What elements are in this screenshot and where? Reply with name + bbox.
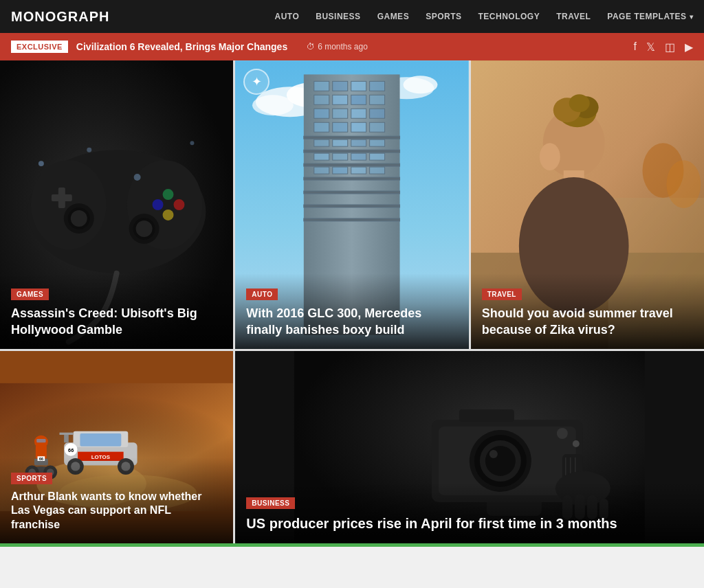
svg-point-116: [573, 440, 580, 447]
svg-rect-34: [370, 95, 385, 104]
svg-rect-40: [333, 122, 348, 132]
svg-rect-60: [351, 167, 366, 174]
svg-rect-29: [351, 81, 366, 91]
youtube-icon[interactable]: ▶: [685, 41, 693, 54]
site-logo[interactable]: MONOGRAPH: [11, 9, 109, 25]
instagram-icon[interactable]: ◫: [665, 41, 675, 54]
svg-point-2: [31, 160, 107, 249]
card-business[interactable]: BUSINESS US producer prices rise in Apri…: [235, 351, 704, 543]
svg-point-19: [87, 148, 91, 152]
site-header: MONOGRAPH AUTO BUSINESS GAMES SPORTS TEC…: [0, 0, 704, 33]
svg-point-112: [485, 446, 516, 476]
ticker-time: ⏱ 6 months ago: [307, 42, 368, 52]
twitter-icon[interactable]: 𝕏: [646, 41, 655, 54]
card-travel[interactable]: TRAVEL Should you avoid summer travel be…: [471, 60, 704, 349]
svg-rect-48: [304, 205, 400, 207]
nav-item-games[interactable]: GAMES: [377, 12, 410, 21]
card-overlay: AUTO With 2016 GLC 300, Mercedes finally…: [235, 273, 468, 349]
svg-rect-61: [370, 167, 385, 174]
svg-rect-42: [370, 122, 385, 132]
facebook-icon[interactable]: f: [634, 41, 637, 53]
chevron-down-icon: ▾: [690, 13, 694, 21]
svg-point-23: [252, 95, 294, 115]
svg-rect-58: [314, 167, 329, 174]
svg-point-14: [153, 199, 164, 210]
card-games[interactable]: GAMES Assassin's Creed: Ubisoft's Big Ho…: [0, 60, 233, 349]
card-title: US producer prices rise in April for fir…: [246, 514, 693, 532]
card-title: Should you avoid summer travel because o…: [482, 306, 693, 338]
category-badge[interactable]: TRAVEL: [482, 289, 522, 300]
svg-point-18: [134, 174, 141, 181]
svg-rect-101: [36, 439, 45, 442]
svg-rect-49: [304, 218, 400, 221]
svg-text:66: 66: [68, 447, 74, 453]
main-grid: GAMES Assassin's Creed: Ubisoft's Big Ho…: [0, 60, 704, 543]
ticker-bar: EXCLUSIVE Civilization 6 Revealed, Bring…: [0, 33, 704, 60]
svg-point-12: [163, 189, 174, 200]
card-title: With 2016 GLC 300, Mercedes finally bani…: [246, 306, 457, 338]
card-overlay: SPORTS Arthur Blank wants to know whethe…: [0, 457, 233, 543]
ticker-headline[interactable]: Civilization 6 Revealed, Brings Major Ch…: [76, 41, 287, 52]
svg-point-6: [71, 210, 87, 227]
svg-rect-43: [304, 136, 400, 139]
ticker-left: EXCLUSIVE Civilization 6 Revealed, Bring…: [11, 41, 368, 53]
category-badge[interactable]: AUTO: [246, 289, 278, 300]
svg-rect-32: [333, 95, 348, 104]
bottom-bar: [0, 543, 704, 547]
svg-rect-41: [351, 122, 366, 132]
svg-rect-33: [351, 95, 366, 104]
svg-point-16: [38, 161, 44, 166]
svg-rect-38: [370, 109, 385, 118]
svg-rect-54: [314, 153, 329, 160]
card-title: Assassin's Creed: Ubisoft's Big Hollywoo…: [11, 306, 222, 338]
svg-rect-28: [333, 81, 348, 91]
svg-rect-56: [351, 153, 366, 160]
nav-item-business[interactable]: BUSINESS: [316, 12, 360, 21]
svg-rect-30: [370, 81, 385, 91]
svg-rect-45: [304, 163, 400, 166]
card-title: Arthur Blank wants to know whether Las V…: [11, 490, 222, 532]
svg-point-25: [404, 76, 438, 93]
nav-item-page-templates[interactable]: PAGE TEMPLATES ▾: [607, 12, 693, 21]
svg-rect-47: [304, 191, 400, 194]
svg-point-9: [136, 220, 153, 237]
social-icons: f 𝕏 ◫ ▶: [634, 41, 693, 54]
svg-point-75: [539, 143, 560, 170]
main-nav: AUTO BUSINESS GAMES SPORTS TECHNOLOGY TR…: [274, 12, 693, 21]
svg-rect-82: [80, 433, 121, 446]
svg-rect-35: [314, 109, 329, 118]
svg-point-71: [569, 94, 589, 112]
card-overlay: BUSINESS US producer prices rise in Apri…: [235, 482, 704, 543]
svg-rect-91: [64, 433, 69, 442]
svg-rect-55: [333, 153, 348, 160]
svg-point-17: [190, 141, 194, 145]
svg-point-113: [490, 450, 498, 458]
svg-rect-52: [351, 139, 366, 146]
svg-rect-44: [304, 150, 400, 152]
svg-rect-27: [314, 81, 329, 91]
svg-rect-51: [333, 139, 348, 146]
svg-rect-53: [370, 139, 385, 146]
svg-point-13: [174, 199, 185, 210]
svg-rect-36: [333, 109, 348, 118]
category-badge[interactable]: SPORTS: [11, 473, 52, 484]
svg-rect-37: [351, 109, 366, 118]
clock-icon: ⏱: [307, 42, 315, 52]
nav-item-travel[interactable]: TRAVEL: [556, 12, 591, 21]
nav-item-technology[interactable]: TECHNOLOGY: [478, 12, 540, 21]
svg-rect-114: [459, 409, 514, 422]
svg-point-66: [666, 160, 701, 208]
nav-item-sports[interactable]: SPORTS: [426, 12, 461, 21]
category-badge[interactable]: BUSINESS: [246, 497, 295, 509]
card-sports[interactable]: LOTOS 66: [0, 351, 233, 543]
card-auto[interactable]: ✦ AUTO With 2016 GLC 300, Mercedes final…: [235, 60, 468, 349]
svg-rect-31: [314, 95, 329, 104]
category-badge[interactable]: GAMES: [11, 289, 49, 300]
svg-rect-57: [370, 153, 385, 160]
exclusive-badge: EXCLUSIVE: [11, 41, 68, 53]
svg-rect-46: [304, 177, 400, 180]
svg-rect-50: [314, 139, 329, 146]
svg-rect-59: [333, 167, 348, 174]
svg-point-15: [163, 210, 174, 220]
nav-item-auto[interactable]: AUTO: [274, 12, 299, 21]
